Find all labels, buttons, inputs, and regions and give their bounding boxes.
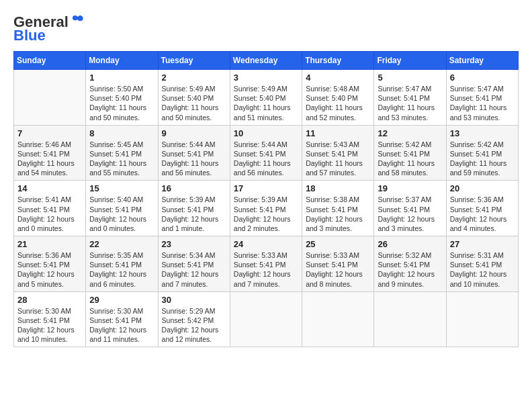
- calendar-header-row: SundayMondayTuesdayWednesdayThursdayFrid…: [14, 52, 519, 70]
- calendar-cell: 23Sunrise: 5:34 AM Sunset: 5:41 PM Dayli…: [158, 236, 230, 292]
- day-number: 14: [17, 183, 82, 193]
- day-info: Sunrise: 5:35 AM Sunset: 5:41 PM Dayligh…: [89, 250, 154, 289]
- day-info: Sunrise: 5:49 AM Sunset: 5:40 PM Dayligh…: [162, 84, 226, 122]
- day-info: Sunrise: 5:33 AM Sunset: 5:41 PM Dayligh…: [234, 250, 298, 289]
- day-number: 24: [234, 239, 298, 249]
- weekday-header: Sunday: [14, 52, 86, 70]
- calendar-cell: 9Sunrise: 5:44 AM Sunset: 5:41 PM Daylig…: [158, 125, 230, 181]
- day-number: 29: [89, 295, 154, 305]
- weekday-header: Thursday: [302, 52, 374, 70]
- calendar-cell: 8Sunrise: 5:45 AM Sunset: 5:41 PM Daylig…: [86, 125, 158, 181]
- day-number: 26: [378, 239, 442, 249]
- calendar-cell: 19Sunrise: 5:37 AM Sunset: 5:41 PM Dayli…: [374, 181, 446, 236]
- day-number: 20: [450, 183, 515, 193]
- logo: General Blue: [13, 13, 85, 44]
- day-number: 7: [17, 128, 82, 138]
- weekday-header: Wednesday: [230, 52, 302, 70]
- day-number: 12: [378, 128, 442, 138]
- day-number: 5: [378, 73, 442, 83]
- calendar-week-row: 14Sunrise: 5:41 AM Sunset: 5:41 PM Dayli…: [14, 181, 519, 236]
- calendar-week-row: 28Sunrise: 5:30 AM Sunset: 5:41 PM Dayli…: [14, 291, 519, 347]
- day-number: 25: [306, 239, 370, 249]
- day-number: 22: [89, 239, 154, 249]
- day-info: Sunrise: 5:47 AM Sunset: 5:41 PM Dayligh…: [378, 84, 442, 122]
- calendar-cell: 16Sunrise: 5:39 AM Sunset: 5:41 PM Dayli…: [158, 181, 230, 236]
- day-info: Sunrise: 5:50 AM Sunset: 5:40 PM Dayligh…: [89, 84, 154, 122]
- day-info: Sunrise: 5:48 AM Sunset: 5:40 PM Dayligh…: [306, 84, 370, 122]
- day-number: 18: [306, 183, 370, 193]
- day-info: Sunrise: 5:34 AM Sunset: 5:41 PM Dayligh…: [162, 250, 226, 289]
- calendar-cell: 25Sunrise: 5:33 AM Sunset: 5:41 PM Dayli…: [302, 236, 374, 292]
- day-number: 21: [17, 239, 82, 249]
- calendar-week-row: 21Sunrise: 5:36 AM Sunset: 5:41 PM Dayli…: [14, 236, 519, 292]
- day-info: Sunrise: 5:33 AM Sunset: 5:41 PM Dayligh…: [306, 250, 370, 289]
- calendar-cell: 22Sunrise: 5:35 AM Sunset: 5:41 PM Dayli…: [86, 236, 158, 292]
- day-number: 4: [306, 73, 370, 83]
- day-number: 1: [89, 73, 154, 83]
- day-number: 8: [89, 128, 154, 138]
- calendar-cell: [302, 291, 374, 347]
- day-info: Sunrise: 5:37 AM Sunset: 5:41 PM Dayligh…: [378, 195, 442, 233]
- calendar-cell: 6Sunrise: 5:47 AM Sunset: 5:41 PM Daylig…: [446, 70, 518, 126]
- day-info: Sunrise: 5:49 AM Sunset: 5:40 PM Dayligh…: [234, 84, 298, 122]
- day-number: 13: [450, 128, 515, 138]
- calendar-cell: 28Sunrise: 5:30 AM Sunset: 5:41 PM Dayli…: [14, 291, 86, 347]
- calendar-cell: 27Sunrise: 5:31 AM Sunset: 5:41 PM Dayli…: [446, 236, 518, 292]
- calendar-cell: 13Sunrise: 5:42 AM Sunset: 5:41 PM Dayli…: [446, 125, 518, 181]
- calendar-cell: 24Sunrise: 5:33 AM Sunset: 5:41 PM Dayli…: [230, 236, 302, 292]
- calendar-week-row: 7Sunrise: 5:46 AM Sunset: 5:41 PM Daylig…: [14, 125, 519, 181]
- day-number: 6: [450, 73, 515, 83]
- calendar-cell: 15Sunrise: 5:40 AM Sunset: 5:41 PM Dayli…: [86, 181, 158, 236]
- calendar-cell: 20Sunrise: 5:36 AM Sunset: 5:41 PM Dayli…: [446, 181, 518, 236]
- day-info: Sunrise: 5:45 AM Sunset: 5:41 PM Dayligh…: [89, 140, 154, 178]
- day-number: 28: [17, 295, 82, 305]
- calendar-cell: 11Sunrise: 5:43 AM Sunset: 5:41 PM Dayli…: [302, 125, 374, 181]
- day-number: 23: [162, 239, 226, 249]
- logo-bird-icon: [70, 15, 85, 27]
- day-info: Sunrise: 5:31 AM Sunset: 5:41 PM Dayligh…: [450, 250, 515, 289]
- page-header: General Blue: [13, 13, 519, 44]
- calendar-cell: 10Sunrise: 5:44 AM Sunset: 5:41 PM Dayli…: [230, 125, 302, 181]
- day-number: 30: [162, 295, 226, 305]
- calendar-cell: 7Sunrise: 5:46 AM Sunset: 5:41 PM Daylig…: [14, 125, 86, 181]
- calendar-cell: 5Sunrise: 5:47 AM Sunset: 5:41 PM Daylig…: [374, 70, 446, 126]
- day-info: Sunrise: 5:40 AM Sunset: 5:41 PM Dayligh…: [89, 195, 154, 233]
- calendar-cell: 4Sunrise: 5:48 AM Sunset: 5:40 PM Daylig…: [302, 70, 374, 126]
- day-info: Sunrise: 5:36 AM Sunset: 5:41 PM Dayligh…: [17, 250, 82, 289]
- day-info: Sunrise: 5:30 AM Sunset: 5:41 PM Dayligh…: [89, 306, 154, 345]
- day-number: 15: [89, 183, 154, 193]
- day-number: 2: [162, 73, 226, 83]
- calendar-cell: 12Sunrise: 5:42 AM Sunset: 5:41 PM Dayli…: [374, 125, 446, 181]
- day-info: Sunrise: 5:32 AM Sunset: 5:41 PM Dayligh…: [378, 250, 442, 289]
- calendar-cell: 21Sunrise: 5:36 AM Sunset: 5:41 PM Dayli…: [14, 236, 86, 292]
- calendar-cell: 1Sunrise: 5:50 AM Sunset: 5:40 PM Daylig…: [86, 70, 158, 126]
- day-info: Sunrise: 5:46 AM Sunset: 5:41 PM Dayligh…: [17, 140, 82, 178]
- day-info: Sunrise: 5:43 AM Sunset: 5:41 PM Dayligh…: [306, 140, 370, 178]
- day-number: 11: [306, 128, 370, 138]
- day-number: 3: [234, 73, 298, 83]
- calendar-cell: 14Sunrise: 5:41 AM Sunset: 5:41 PM Dayli…: [14, 181, 86, 236]
- calendar-cell: 26Sunrise: 5:32 AM Sunset: 5:41 PM Dayli…: [374, 236, 446, 292]
- day-info: Sunrise: 5:30 AM Sunset: 5:41 PM Dayligh…: [17, 306, 82, 345]
- day-number: 9: [162, 128, 226, 138]
- calendar-week-row: 1Sunrise: 5:50 AM Sunset: 5:40 PM Daylig…: [14, 70, 519, 126]
- calendar-cell: [230, 291, 302, 347]
- day-info: Sunrise: 5:47 AM Sunset: 5:41 PM Dayligh…: [450, 84, 515, 122]
- day-number: 27: [450, 239, 515, 249]
- day-number: 19: [378, 183, 442, 193]
- day-info: Sunrise: 5:39 AM Sunset: 5:41 PM Dayligh…: [162, 195, 226, 233]
- day-info: Sunrise: 5:29 AM Sunset: 5:42 PM Dayligh…: [162, 306, 226, 345]
- weekday-header: Friday: [374, 52, 446, 70]
- calendar-cell: 30Sunrise: 5:29 AM Sunset: 5:42 PM Dayli…: [158, 291, 230, 347]
- day-number: 10: [234, 128, 298, 138]
- weekday-header: Saturday: [446, 52, 518, 70]
- day-info: Sunrise: 5:38 AM Sunset: 5:41 PM Dayligh…: [306, 195, 370, 233]
- weekday-header: Tuesday: [158, 52, 230, 70]
- calendar-cell: 3Sunrise: 5:49 AM Sunset: 5:40 PM Daylig…: [230, 70, 302, 126]
- day-info: Sunrise: 5:39 AM Sunset: 5:41 PM Dayligh…: [234, 195, 298, 233]
- calendar-cell: 2Sunrise: 5:49 AM Sunset: 5:40 PM Daylig…: [158, 70, 230, 126]
- day-info: Sunrise: 5:44 AM Sunset: 5:41 PM Dayligh…: [162, 140, 226, 178]
- day-info: Sunrise: 5:42 AM Sunset: 5:41 PM Dayligh…: [450, 140, 515, 178]
- day-info: Sunrise: 5:41 AM Sunset: 5:41 PM Dayligh…: [17, 195, 82, 233]
- day-number: 16: [162, 183, 226, 193]
